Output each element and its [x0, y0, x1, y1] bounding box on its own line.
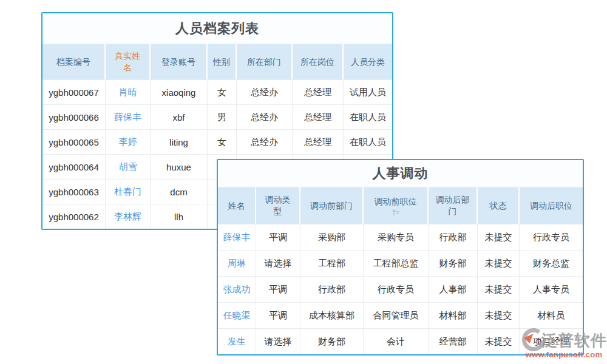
- column-header-label: 真实姓名: [114, 50, 141, 73]
- column-header[interactable]: 调动前职位: [364, 187, 429, 224]
- sort-icon[interactable]: [392, 209, 400, 216]
- column-header: 调动后职位: [520, 187, 583, 224]
- table-cell: 行政专员: [520, 224, 583, 250]
- table-row: 薛保丰平调采购部采购专员行政部未提交行政专员: [218, 224, 583, 251]
- person-name-link[interactable]: 任晓渠: [218, 303, 256, 328]
- table-cell: 工程部: [300, 251, 364, 276]
- table-cell: 请选择: [256, 251, 300, 276]
- table-cell: 总经理: [293, 80, 344, 104]
- column-header-label: 状态: [490, 200, 507, 212]
- table-cell: 工程部总监: [364, 251, 429, 276]
- watermark: 泛普软件 www.fanpusoft.com: [521, 328, 607, 359]
- table-cell: 试用人员: [344, 80, 392, 104]
- table-row: 张成功平调行政部行政专员人事部未提交人事专员: [218, 277, 583, 303]
- person-name-link[interactable]: 发生: [218, 329, 256, 354]
- table-row: ygbh000067肖晴xiaoqing女总经办总经理试用人员: [42, 80, 392, 105]
- column-header-label: 人员分类: [351, 56, 385, 68]
- person-name-link[interactable]: 李林辉: [106, 204, 151, 229]
- table-cell: xiaoqing: [151, 80, 208, 104]
- column-header-label: 登录账号: [161, 56, 195, 68]
- personnel-archive-title: 人员档案列表: [42, 13, 392, 44]
- person-name-link[interactable]: 周琳: [218, 251, 256, 276]
- table-cell: 合同管理员: [364, 303, 429, 328]
- column-header: 性别: [208, 44, 237, 79]
- person-name-link[interactable]: 张成功: [218, 277, 256, 302]
- column-header-label: 调动后职位: [530, 200, 572, 212]
- table-cell: 未提交: [478, 224, 520, 250]
- table-cell: ygbh000065: [42, 130, 106, 154]
- column-header: 调动后部门: [429, 187, 478, 224]
- watermark-brand-text: 泛普软件: [541, 330, 607, 351]
- table-cell: 平调: [256, 224, 300, 250]
- column-header: 调动前部门: [300, 187, 364, 224]
- table-cell: llh: [151, 204, 208, 229]
- table-cell: 总经办: [237, 130, 293, 154]
- table-cell: 材料部: [429, 303, 478, 328]
- personnel-transfer-header-row: 姓名调动类型调动前部门调动前职位调动后部门状态调动后职位: [218, 187, 583, 224]
- column-header-label: 档案编号: [56, 56, 90, 68]
- table-cell: 财务部: [429, 251, 478, 276]
- table-cell: 在职人员: [344, 105, 392, 129]
- table-row: ygbh000066薛保丰xbf男总经办总经理在职人员: [42, 105, 392, 130]
- person-name-link[interactable]: 薛保丰: [106, 105, 151, 129]
- table-cell: 经营部: [429, 329, 478, 354]
- column-header: 状态: [478, 187, 520, 224]
- table-cell: 女: [208, 130, 237, 154]
- table-cell: 总经理: [293, 130, 344, 154]
- table-cell: 人事部: [429, 277, 478, 302]
- table-cell: dcm: [151, 180, 208, 204]
- table-row: 任晓渠平调成本核算部合同管理员材料部未提交材料员: [218, 303, 583, 329]
- table-cell: ygbh000064: [42, 155, 106, 179]
- page: 人员档案列表 档案编号真实姓名登录账号性别所在部门所在岗位人员分类 ygbh00…: [0, 0, 607, 364]
- table-cell: 人事专员: [520, 277, 583, 302]
- person-name-link[interactable]: 杜春门: [106, 180, 151, 204]
- watermark-brand-row: 泛普软件: [521, 328, 607, 352]
- table-cell: xbf: [151, 105, 208, 129]
- person-name-link[interactable]: 薛保丰: [218, 224, 256, 250]
- table-cell: 总经理: [293, 105, 344, 129]
- table-cell: huxue: [151, 155, 208, 179]
- table-cell: 成本核算部: [300, 303, 364, 328]
- table-row: ygbh000065李婷liting女总经办总经理在职人员: [42, 130, 392, 155]
- table-cell: 材料员: [520, 303, 583, 328]
- table-cell: 总经办: [237, 105, 293, 129]
- person-name-link[interactable]: 李婷: [106, 130, 151, 154]
- table-cell: 男: [208, 105, 237, 129]
- table-cell: 采购专员: [364, 224, 429, 250]
- column-header: 姓名: [218, 187, 256, 224]
- column-header-label: 调动后部门: [435, 194, 471, 217]
- person-name-link[interactable]: 胡雪: [106, 155, 151, 179]
- table-cell: 未提交: [478, 277, 520, 302]
- column-header: 所在部门: [237, 44, 293, 79]
- column-header-label: 所在部门: [247, 56, 281, 68]
- table-cell: 采购部: [300, 224, 364, 250]
- table-cell: ygbh000066: [42, 105, 106, 129]
- table-cell: 未提交: [478, 329, 520, 354]
- table-cell: 行政部: [429, 224, 478, 250]
- table-cell: 平调: [256, 303, 300, 328]
- column-header: 所在岗位: [293, 44, 344, 79]
- personnel-archive-header-row: 档案编号真实姓名登录账号性别所在部门所在岗位人员分类: [42, 44, 392, 80]
- person-name-link[interactable]: 肖晴: [106, 80, 151, 104]
- table-cell: 财务部: [300, 329, 364, 354]
- column-header-label: 性别: [213, 56, 230, 68]
- column-header: 真实姓名: [106, 44, 151, 79]
- column-header-label: 调动类型: [264, 194, 292, 217]
- table-cell: 在职人员: [344, 130, 392, 154]
- table-cell: 女: [208, 80, 237, 104]
- table-cell: ygbh000062: [42, 204, 106, 229]
- table-cell: liting: [151, 130, 208, 154]
- column-header: 人员分类: [344, 44, 392, 79]
- table-cell: 平调: [256, 277, 300, 302]
- table-cell: 未提交: [478, 303, 520, 328]
- table-cell: ygbh000067: [42, 80, 106, 104]
- table-cell: 总经办: [237, 80, 293, 104]
- watermark-url-text: www.fanpusoft.com: [521, 350, 607, 359]
- column-header: 档案编号: [42, 44, 106, 79]
- column-header-label: 调动前职位: [375, 196, 417, 207]
- table-cell: ygbh000063: [42, 180, 106, 204]
- column-header: 调动类型: [256, 187, 300, 224]
- personnel-transfer-title: 人事调动: [218, 160, 583, 187]
- column-header: 登录账号: [151, 44, 208, 79]
- table-cell: 行政部: [300, 277, 364, 302]
